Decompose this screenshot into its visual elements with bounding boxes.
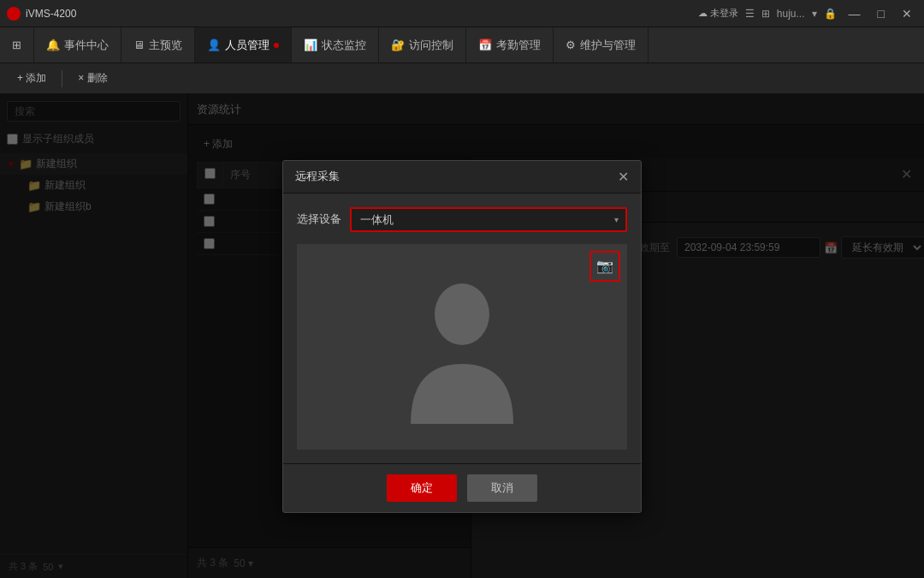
persons-icon: 👤 — [207, 39, 221, 51]
device-select-row: 选择设备 一体机 ▾ — [297, 207, 627, 232]
camera-preview: 📷 — [297, 244, 627, 450]
titlebar-right: ☁ 未登录 ☰ ⊞ huju... ▾ 🔒 — □ ✕ — [698, 5, 917, 22]
nav-item-persons[interactable]: 👤 人员管理 — [195, 27, 292, 63]
access-icon: 🔐 — [391, 39, 405, 51]
dropdown-icon[interactable]: ▾ — [812, 8, 817, 20]
add-button[interactable]: + 添加 — [9, 68, 55, 89]
minimize-button[interactable]: — — [844, 5, 866, 22]
events-icon: 🔔 — [46, 39, 60, 51]
preview-label: 主预览 — [149, 38, 182, 53]
modal-footer: 确定 取消 — [283, 463, 641, 512]
avatar-silhouette — [406, 270, 518, 424]
delete-button[interactable]: × 删除 — [69, 68, 116, 89]
modal-header: 远程采集 ✕ — [283, 161, 641, 194]
login-status: 未登录 — [710, 7, 738, 20]
app-logo — [7, 7, 21, 21]
nav-item-attendance[interactable]: 📅 考勤管理 — [466, 27, 554, 63]
persons-dot — [274, 43, 279, 48]
nav-item-status[interactable]: 📊 状态监控 — [292, 27, 379, 63]
remote-capture-modal: 远程采集 ✕ 选择设备 一体机 ▾ 📷 — [282, 160, 642, 513]
nav-item-preview[interactable]: 🖥 主预览 — [121, 27, 195, 63]
camera-capture-button[interactable]: 📷 — [589, 251, 620, 282]
nav-item-maintenance[interactable]: ⚙ 维护与管理 — [554, 27, 649, 63]
maintenance-icon: ⚙ — [566, 39, 576, 51]
titlebar: iVMS-4200 ☁ 未登录 ☰ ⊞ huju... ▾ 🔒 — □ ✕ — [0, 0, 924, 27]
maximize-button[interactable]: □ — [873, 5, 890, 22]
grid-icon: ⊞ — [761, 8, 770, 20]
modal-close-button[interactable]: ✕ — [618, 169, 629, 185]
cloud-status: ☁ 未登录 — [698, 7, 738, 20]
attendance-icon: 📅 — [478, 39, 492, 51]
navbar: ⊞ 🔔 事件中心 🖥 主预览 👤 人员管理 📊 状态监控 🔐 访问控制 📅 考勤… — [0, 27, 924, 63]
status-icon: 📊 — [304, 39, 317, 51]
cloud-icon: ☁ — [698, 8, 708, 19]
close-button[interactable]: ✕ — [897, 5, 917, 22]
lock-icon: 🔒 — [824, 8, 837, 20]
cancel-modal-button[interactable]: 取消 — [467, 474, 537, 502]
maintenance-label: 维护与管理 — [580, 38, 636, 53]
modal-title: 远程采集 — [295, 169, 340, 184]
status-label: 状态监控 — [322, 38, 366, 53]
main-toolbar: + 添加 × 删除 — [0, 63, 924, 94]
nav-item-access[interactable]: 🔐 访问控制 — [379, 27, 466, 63]
menu-icon[interactable]: ☰ — [745, 8, 755, 20]
modal-body: 选择设备 一体机 ▾ 📷 — [283, 194, 641, 463]
nav-item-grid[interactable]: ⊞ — [0, 27, 34, 63]
device-select-wrapper: 一体机 ▾ — [350, 207, 627, 232]
grid-nav-icon: ⊞ — [12, 39, 21, 51]
attendance-label: 考勤管理 — [496, 38, 541, 53]
access-label: 访问控制 — [409, 38, 453, 53]
confirm-button[interactable]: 确定 — [387, 474, 457, 502]
username: huju... — [777, 8, 805, 20]
events-label: 事件中心 — [64, 38, 109, 53]
toolbar-separator — [62, 70, 62, 87]
device-select[interactable]: 一体机 — [352, 209, 625, 230]
nav-item-events[interactable]: 🔔 事件中心 — [34, 27, 121, 63]
camera-icon: 📷 — [596, 258, 613, 274]
svg-point-0 — [435, 283, 489, 345]
app-title: iVMS-4200 — [26, 8, 698, 20]
persons-label: 人员管理 — [225, 38, 270, 53]
main-area: 显示子组织成员 ▼ 📁 新建组织 📁 新建组织 📁 新建组织b 共 3 条 — [0, 94, 924, 578]
device-label: 选择设备 — [297, 212, 341, 227]
preview-icon: 🖥 — [133, 39, 145, 51]
